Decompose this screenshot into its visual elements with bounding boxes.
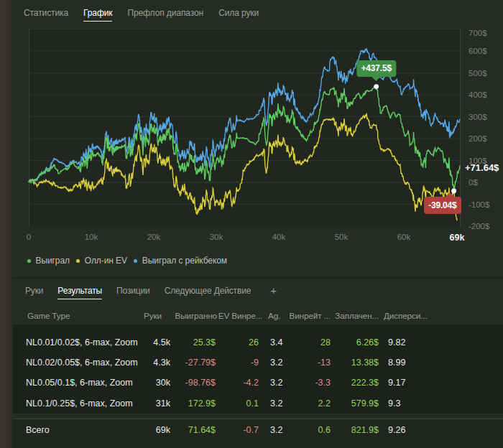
cell-won: 172.9$ <box>188 398 216 409</box>
tab-results-3[interactable]: Позиции <box>116 286 150 299</box>
legend-dot-icon <box>134 259 137 263</box>
x-tick-label: 60k <box>397 233 411 241</box>
cell-rake-paid: 13.38$ <box>351 358 379 368</box>
column-header-dispersion[interactable]: Дисперси... <box>384 310 428 319</box>
cell-game-type: NL0.02/0.05$, 6-max, Zoom <box>26 358 138 368</box>
legend-label: Выиграл с рейкбеком <box>142 256 227 266</box>
cell-winrate: 2.2 <box>318 398 331 409</box>
tab-results-2[interactable]: Результаты <box>57 286 102 299</box>
column-header-game-type[interactable]: Game Type <box>27 310 70 319</box>
chart-legend: ВыигралОлл-ин EVВыиграл с рейкбеком <box>27 256 227 266</box>
y-tick-label: 400$ <box>469 90 487 99</box>
y-tick-label: -200$ <box>469 222 489 230</box>
results-table: Game TypeРукиВыигранноEV Винре...Ag.Винр… <box>0 305 503 448</box>
legend-label: Олл-ин EV <box>85 256 127 266</box>
cell-game-type: Всего <box>26 425 50 435</box>
window-edge-strip <box>0 0 13 448</box>
column-header-rake-paid[interactable]: Заплачен... <box>335 310 379 319</box>
table-row-1[interactable]: NL0.01/0.02$, 6-max, Zoom4.5k25.3$263.42… <box>0 332 503 353</box>
cell-dispersion: 9.82 <box>388 337 405 347</box>
cell-ag: 3.2 <box>270 425 282 435</box>
cell-hands: 4.3k <box>153 358 170 368</box>
column-header-winrate[interactable]: Винрейт ... <box>289 310 331 319</box>
max-value-badge: +437.5$ <box>356 60 396 78</box>
chart-canvas[interactable] <box>0 0 503 273</box>
current-result-label: +71.64$ <box>465 162 499 173</box>
legend-item-3[interactable]: Выиграл с рейкбеком <box>134 256 227 266</box>
equity-chart: 700$600$500$400$300$200$100$0$-100$-200$… <box>0 0 503 273</box>
legend-item-2[interactable]: Олл-ин EV <box>76 256 126 266</box>
cell-game-type: NL0.05/0.1$, 6-max, Zoom <box>26 378 133 388</box>
y-tick-label: 200$ <box>469 134 487 143</box>
cell-ag: 3.2 <box>270 358 282 368</box>
cell-winrate: 28 <box>320 337 331 347</box>
cell-hands: 31k <box>156 398 170 409</box>
cell-ev-winrate: -9 <box>251 358 259 368</box>
cell-rake-paid: 6.26$ <box>356 337 379 347</box>
table-row-4[interactable]: NL0.1/0.25$, 6-max, Zoom31k172.9$0.13.22… <box>0 393 503 413</box>
table-row-2[interactable]: NL0.02/0.05$, 6-max, Zoom4.3k-27.79$-93.… <box>0 353 503 373</box>
cell-won: -27.79$ <box>185 358 216 368</box>
tab-results-1[interactable]: Руки <box>25 286 43 299</box>
column-header-hands[interactable]: Руки <box>144 310 162 319</box>
legend-item-1[interactable]: Выиграл <box>27 256 70 266</box>
cell-ev-winrate: -4.2 <box>243 378 259 388</box>
cell-winrate: -3.3 <box>315 378 331 388</box>
table-total-row[interactable]: Всего69k71.64$-0.73.20.6821.9$9.26 <box>0 420 503 441</box>
cell-ev-winrate: -0.7 <box>243 425 259 435</box>
cell-winrate: 0.6 <box>318 425 331 435</box>
cell-ev-winrate: 26 <box>249 337 259 347</box>
cell-won: 71.64$ <box>188 425 216 435</box>
tab-results-4[interactable]: Следующее Действие <box>165 286 251 299</box>
cell-ag: 3.2 <box>270 378 282 388</box>
cell-hands: 4.5k <box>153 337 170 347</box>
results-tabs: РукиРезультатыПозицииСледующее Действие+ <box>25 286 277 299</box>
y-tick-label: 500$ <box>469 69 487 78</box>
table-row-3[interactable]: NL0.05/0.1$, 6-max, Zoom30k-98.76$-4.23.… <box>0 373 503 393</box>
cell-ag: 3.4 <box>270 337 282 347</box>
cell-rake-paid: 222.3$ <box>351 378 379 388</box>
cell-ag: 3.2 <box>270 398 282 409</box>
cell-dispersion: 9.26 <box>388 425 405 435</box>
cell-dispersion: 9.17 <box>388 378 405 388</box>
legend-label: Выиграл <box>36 256 70 266</box>
column-header-ev-winrate[interactable]: EV Винре... <box>218 310 262 319</box>
y-tick-label: 600$ <box>469 47 487 55</box>
cell-ev-winrate: 0.1 <box>246 398 259 409</box>
min-value-badge: -39.04$ <box>424 197 461 214</box>
cell-won: 25.3$ <box>193 337 216 347</box>
x-tick-label: 50k <box>335 233 349 241</box>
cell-won: -98.76$ <box>185 378 216 388</box>
y-tick-label: 300$ <box>469 113 487 121</box>
cell-hands: 69k <box>156 425 170 435</box>
x-tick-label: 40k <box>272 233 286 241</box>
cell-game-type: NL0.01/0.02$, 6-max, Zoom <box>26 337 138 347</box>
cell-hands: 30k <box>156 378 170 388</box>
section-divider <box>13 277 503 279</box>
cell-dispersion: 8.99 <box>388 358 405 368</box>
plot-background <box>29 29 461 228</box>
table-total-section: Всего69k71.64$-0.73.20.6821.9$9.26 <box>0 419 503 448</box>
table-body: NL0.01/0.02$, 6-max, Zoom4.5k25.3$263.42… <box>0 325 503 414</box>
column-header-ag[interactable]: Ag. <box>268 310 280 319</box>
cell-dispersion: 9.3 <box>388 398 400 409</box>
cell-rake-paid: 821.9$ <box>351 425 379 435</box>
legend-dot-icon <box>76 259 80 263</box>
cell-game-type: NL0.1/0.25$, 6-max, Zoom <box>26 398 133 409</box>
cell-rake-paid: 579.9$ <box>351 398 379 409</box>
table-header-row: Game TypeРукиВыигранноEV Винре...Ag.Винр… <box>0 305 503 325</box>
x-tick-label: 10k <box>85 233 98 241</box>
x-tick-label: 30k <box>210 233 223 241</box>
y-tick-label: 700$ <box>469 29 487 37</box>
legend-dot-icon <box>27 259 31 263</box>
x-tick-label: 0 <box>27 233 31 241</box>
x-tick-label-end: 69k <box>450 233 465 243</box>
y-tick-label: 0$ <box>469 178 478 187</box>
marker-dot-max <box>374 84 379 89</box>
cell-winrate: -13 <box>318 358 331 368</box>
add-tab-button[interactable]: + <box>270 284 277 297</box>
x-tick-label: 20k <box>147 233 161 241</box>
y-tick-label: -100$ <box>469 200 489 209</box>
column-header-won[interactable]: Выигранно <box>175 310 218 319</box>
